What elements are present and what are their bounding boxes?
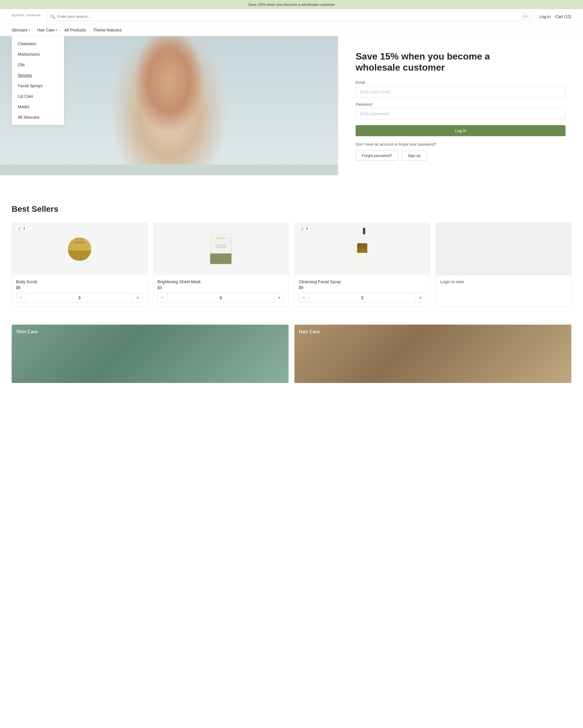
skincare-dropdown: Cleansers Moisturizers Oils Serums Facia… <box>12 36 64 125</box>
nav-all-products[interactable]: All Products <box>64 24 86 36</box>
login-to-view-text: Login to view <box>436 275 571 288</box>
product-image-locked <box>436 223 571 275</box>
top-banner: Save 15% when you become a wholesale cus… <box>0 0 583 9</box>
qty-control-1: − + <box>16 293 143 303</box>
nav-skincare-label: Skincare <box>12 28 27 32</box>
category-banners: Skin Care Hair Care <box>0 324 583 400</box>
qty-increase-3[interactable]: + <box>416 293 425 303</box>
spacer <box>0 175 583 187</box>
email-label: Email <box>356 80 565 84</box>
search-bar[interactable]: 🔍 ⌘K <box>46 12 534 21</box>
product-image-brightening: keystone BrighteningSheet Mask <box>153 223 288 275</box>
product-card-brightening[interactable]: keystone BrighteningSheet Mask Brighteni… <box>153 223 288 307</box>
category-banner-haircare[interactable]: Hair Care <box>295 324 571 383</box>
product-info-1: Body Scrub $6 − + <box>12 275 147 307</box>
hero-login-form: Save 15% when you become a wholesale cus… <box>338 36 583 175</box>
badge-count-3: 3 <box>306 227 308 231</box>
logo[interactable]: keystone wholesale <box>12 13 40 20</box>
qty-input-2[interactable] <box>167 294 275 301</box>
dropdown-facial-sprays[interactable]: Facial Sprays <box>12 80 64 91</box>
qty-control-2: − + <box>158 293 284 303</box>
product-name-1: Body Scrub <box>16 280 143 284</box>
product-name-2: Brightening Sheet Mask <box>158 280 284 284</box>
product-card-spray[interactable]: 🛒 3 keystone Cleansing Facial Spray $9 <box>295 223 430 307</box>
best-sellers-section: Best Sellers 🛒 3 keystone Body Scrub $6 <box>0 187 583 324</box>
products-grid: 🛒 3 keystone Body Scrub $6 − + <box>12 223 571 307</box>
badge-count-1: 3 <box>23 227 25 231</box>
password-input[interactable] <box>356 108 565 119</box>
hero-heading: Save 15% when you become a wholesale cus… <box>356 51 565 73</box>
qty-increase-2[interactable]: + <box>275 293 284 303</box>
product-image-spray: 🛒 3 keystone <box>295 223 430 275</box>
search-shortcut: ⌘K <box>522 14 530 19</box>
product-info-2: Brightening Sheet Mask $3 − + <box>153 275 288 307</box>
qty-input-3[interactable] <box>308 294 416 301</box>
dropdown-all-skincare[interactable]: All Skincare <box>12 112 64 123</box>
email-input[interactable] <box>356 86 565 98</box>
product-badge-3: 🛒 3 <box>298 226 310 232</box>
dropdown-oils[interactable]: Oils <box>12 59 64 70</box>
password-label: Password <box>356 102 565 106</box>
dropdown-moisturizers[interactable]: Moisturizers <box>12 49 64 59</box>
product-badge-1: 🛒 3 <box>15 226 28 232</box>
login-button[interactable]: Log in <box>539 14 551 19</box>
forgot-password-button[interactable]: Forgot password? <box>356 151 398 161</box>
header: keystone wholesale 🔍 ⌘K Log in Cart (13) <box>0 9 583 24</box>
product-price-3: $9 <box>299 285 425 290</box>
product-name-3: Cleansing Facial Spray <box>299 280 425 284</box>
header-actions: Log in Cart (13) <box>539 14 571 19</box>
hero-section: Save 15% when you become a wholesale cus… <box>0 36 583 175</box>
best-sellers-title: Best Sellers <box>12 205 571 214</box>
qty-decrease-1[interactable]: − <box>16 293 26 303</box>
account-help-text: Don't have an account or forgot your pas… <box>356 142 565 147</box>
qty-control-3: − + <box>299 293 425 303</box>
nav-skincare[interactable]: Skincare ▾ Cleansers Moisturizers Oils S… <box>12 24 30 36</box>
cart-icon: 🛒 <box>18 227 22 231</box>
chevron-down-icon: ▾ <box>29 29 30 32</box>
product-image-body-scrub: 🛒 3 keystone <box>12 223 147 275</box>
chevron-down-icon: ▾ <box>56 29 57 32</box>
category-skincare-label: Skin Care <box>16 329 38 335</box>
cart-button[interactable]: Cart (13) <box>555 14 571 19</box>
cart-icon-3: 🛒 <box>300 227 305 231</box>
dropdown-masks[interactable]: Masks <box>12 102 64 112</box>
hero-login-button[interactable]: Log in <box>356 125 565 136</box>
product-price-2: $3 <box>158 285 284 290</box>
nav-all-products-label: All Products <box>64 28 86 32</box>
nav-theme-features[interactable]: Theme features <box>93 24 121 36</box>
navigation: Skincare ▾ Cleansers Moisturizers Oils S… <box>0 24 583 36</box>
qty-increase-1[interactable]: + <box>133 293 142 303</box>
search-icon: 🔍 <box>50 14 55 19</box>
password-field-group: Password <box>356 102 565 119</box>
banner-text: Save 15% when you become a wholesale cus… <box>248 2 335 7</box>
nav-theme-features-label: Theme features <box>93 28 121 32</box>
search-input[interactable] <box>57 14 519 19</box>
category-banner-skincare[interactable]: Skin Care <box>12 324 288 383</box>
dropdown-serums[interactable]: Serums <box>12 70 64 80</box>
logo-subtext: wholesale <box>26 13 40 17</box>
account-actions: Forgot password? Sign up <box>356 151 565 161</box>
signup-button[interactable]: Sign up <box>402 151 427 161</box>
qty-input-1[interactable] <box>26 294 133 301</box>
product-card-body-scrub[interactable]: 🛒 3 keystone Body Scrub $6 − + <box>12 223 147 307</box>
category-haircare-label: Hair Care <box>299 329 320 335</box>
nav-haircare[interactable]: Hair Care ▾ <box>37 24 57 36</box>
qty-decrease-3[interactable]: − <box>299 293 308 303</box>
product-card-locked: Login to view <box>436 223 571 307</box>
product-price-1: $6 <box>16 285 143 290</box>
nav-haircare-label: Hair Care <box>37 28 55 32</box>
dropdown-cleansers[interactable]: Cleansers <box>12 38 64 49</box>
email-field-group: Email <box>356 80 565 98</box>
logo-text: keystone <box>12 13 25 17</box>
product-info-3: Cleansing Facial Spray $9 − + <box>295 275 430 307</box>
qty-decrease-2[interactable]: − <box>158 293 167 303</box>
dropdown-lip-care[interactable]: Lip Care <box>12 91 64 102</box>
